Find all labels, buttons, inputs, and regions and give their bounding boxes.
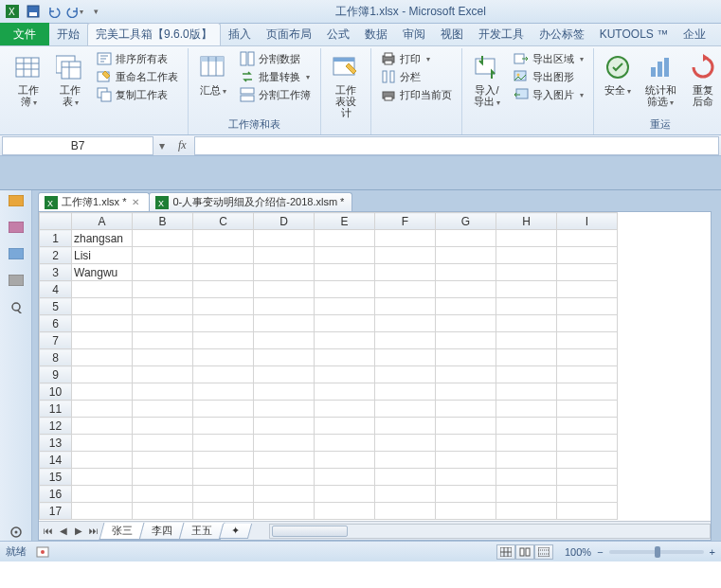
split-data-button[interactable]: 分割数据 <box>236 50 315 67</box>
cell-G9[interactable] <box>436 366 496 383</box>
cell-G15[interactable] <box>436 469 496 486</box>
cell-G5[interactable] <box>436 298 496 315</box>
cell-E17[interactable] <box>315 503 375 520</box>
cell-H5[interactable] <box>496 298 557 315</box>
cell-E6[interactable] <box>315 315 375 332</box>
batch-convert-button[interactable]: 批量转换 <box>236 68 315 85</box>
cell-E12[interactable] <box>315 418 375 435</box>
cell-B4[interactable] <box>133 281 193 298</box>
cell-I6[interactable] <box>557 315 618 332</box>
side-panel-tab4-icon[interactable] <box>6 272 27 289</box>
select-all-corner[interactable] <box>40 213 72 230</box>
import-image-button[interactable]: 导入图片 <box>510 86 587 103</box>
cell-H2[interactable] <box>496 247 557 264</box>
cell-D1[interactable] <box>254 230 315 247</box>
cell-I15[interactable] <box>557 469 618 486</box>
undo-icon[interactable] <box>45 3 63 20</box>
cell-I5[interactable] <box>557 298 618 315</box>
cell-I8[interactable] <box>557 349 618 366</box>
tab-developer[interactable]: 开发工具 <box>471 23 532 45</box>
cell-G17[interactable] <box>436 503 496 520</box>
row-header-9[interactable]: 9 <box>40 366 72 383</box>
cell-I2[interactable] <box>557 247 618 264</box>
row-header-10[interactable]: 10 <box>40 383 72 401</box>
tab-pagelayout[interactable]: 页面布局 <box>259 23 319 45</box>
cell-C11[interactable] <box>193 401 254 418</box>
rerun-button[interactable]: 重复后命 <box>685 50 721 109</box>
cell-D9[interactable] <box>254 366 315 383</box>
import-export-button[interactable]: 导入/导出 <box>468 50 506 111</box>
cell-F2[interactable] <box>375 247 436 264</box>
cell-G3[interactable] <box>436 264 496 281</box>
tab-insert[interactable]: 插入 <box>221 23 259 45</box>
workbook-button[interactable]: 工作簿 <box>9 50 47 111</box>
cell-A14[interactable] <box>72 452 133 469</box>
cell-F11[interactable] <box>375 401 436 418</box>
cell-F10[interactable] <box>375 383 436 401</box>
cell-E16[interactable] <box>315 486 375 503</box>
cell-H1[interactable] <box>496 230 557 247</box>
cell-E7[interactable] <box>315 332 375 349</box>
cell-G10[interactable] <box>436 383 496 401</box>
cell-C4[interactable] <box>193 281 254 298</box>
cell-I7[interactable] <box>557 332 618 349</box>
cell-B6[interactable] <box>133 315 193 332</box>
cell-C8[interactable] <box>193 349 254 366</box>
cell-H14[interactable] <box>496 452 557 469</box>
formula-bar[interactable] <box>194 136 719 155</box>
export-range-button[interactable]: 导出区域 <box>510 50 587 67</box>
cell-B12[interactable] <box>133 418 193 435</box>
cell-C15[interactable] <box>193 469 254 486</box>
cell-H9[interactable] <box>496 366 557 383</box>
cell-A11[interactable] <box>72 401 133 418</box>
zoom-slider-knob[interactable] <box>655 546 660 558</box>
cell-B17[interactable] <box>133 503 193 520</box>
cell-C5[interactable] <box>193 298 254 315</box>
cell-D5[interactable] <box>254 298 315 315</box>
cell-G12[interactable] <box>436 418 496 435</box>
cell-B15[interactable] <box>133 469 193 486</box>
tab-review[interactable]: 审阅 <box>395 23 433 45</box>
workbook-tab-2[interactable]: X 0-人事变动明细及介绍信-2018.xlsm * <box>149 192 352 211</box>
print-current-button[interactable]: 打印当前页 <box>377 86 456 103</box>
cell-H8[interactable] <box>496 349 557 366</box>
zoom-in-icon[interactable]: + <box>710 546 715 558</box>
stats-filter-button[interactable]: 统计和筛选 <box>640 50 681 111</box>
cell-D4[interactable] <box>254 281 315 298</box>
tab-toolbox[interactable]: 完美工具箱【9.6.0版】 <box>87 23 221 45</box>
cell-B9[interactable] <box>133 366 193 383</box>
cell-G2[interactable] <box>436 247 496 264</box>
zoom-slider[interactable] <box>609 550 704 554</box>
side-panel-tab1-icon[interactable] <box>6 192 27 209</box>
cell-F5[interactable] <box>375 298 436 315</box>
cell-H11[interactable] <box>496 401 557 418</box>
cell-C10[interactable] <box>193 383 254 401</box>
cell-C16[interactable] <box>193 486 254 503</box>
cell-F3[interactable] <box>375 264 436 281</box>
cell-D12[interactable] <box>254 418 315 435</box>
cell-H3[interactable] <box>496 264 557 281</box>
cell-H7[interactable] <box>496 332 557 349</box>
cell-F7[interactable] <box>375 332 436 349</box>
cell-E13[interactable] <box>315 435 375 452</box>
col-header-B[interactable]: B <box>133 213 193 230</box>
tab-formulas[interactable]: 公式 <box>319 23 357 45</box>
row-header-17[interactable]: 17 <box>40 503 72 520</box>
cell-H6[interactable] <box>496 315 557 332</box>
cell-F16[interactable] <box>375 486 436 503</box>
cell-C1[interactable] <box>193 230 254 247</box>
cell-D11[interactable] <box>254 401 315 418</box>
copy-sheet-button[interactable]: 复制工作表 <box>93 86 182 103</box>
sheet-nav-next-icon[interactable]: ▶ <box>71 526 86 536</box>
sheet-tab-2[interactable]: 李四 <box>139 523 186 540</box>
cell-I17[interactable] <box>557 503 618 520</box>
cell-A17[interactable] <box>72 503 133 520</box>
cell-B7[interactable] <box>133 332 193 349</box>
cell-G4[interactable] <box>436 281 496 298</box>
cell-E11[interactable] <box>315 401 375 418</box>
col-header-D[interactable]: D <box>254 213 315 230</box>
cell-D8[interactable] <box>254 349 315 366</box>
cell-I12[interactable] <box>557 418 618 435</box>
cell-E2[interactable] <box>315 247 375 264</box>
tab-officetab[interactable]: 办公标签 <box>532 23 592 45</box>
